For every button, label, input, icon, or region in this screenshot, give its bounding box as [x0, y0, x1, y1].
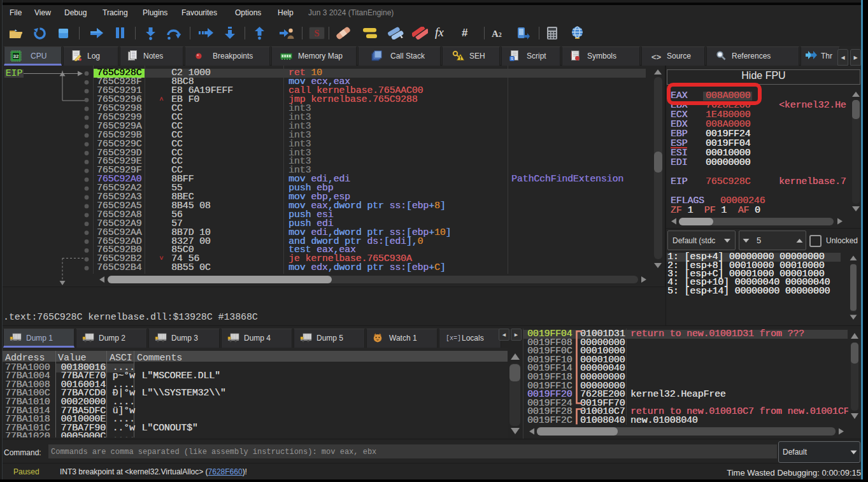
svg-text:S: S	[314, 28, 319, 38]
svg-text:32: 32	[13, 53, 19, 59]
svg-text:s: s	[511, 57, 513, 61]
svg-text:<>: <>	[651, 53, 662, 62]
svg-text:[x=]: [x=]	[446, 335, 461, 342]
